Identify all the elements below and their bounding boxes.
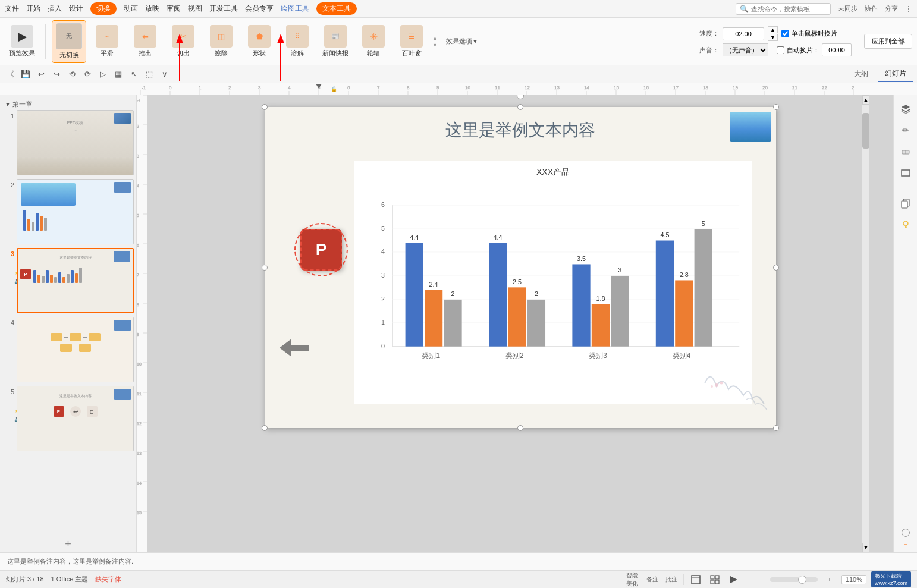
redo-icon[interactable]: ⟳ (81, 68, 94, 81)
collapse-left-icon[interactable]: 《 (4, 68, 17, 81)
review-button[interactable]: 批注 (664, 573, 679, 587)
save-icon[interactable]: 💾 (19, 68, 32, 81)
slide-thumb-3[interactable]: 这里是举例文本内容 P (17, 248, 134, 313)
handle-mr[interactable] (773, 265, 779, 271)
corner-thumbnail[interactable] (730, 112, 771, 142)
menu-animate[interactable]: 动画 (124, 4, 138, 14)
effects-button[interactable]: 效果选项 ▼ (441, 20, 483, 63)
more-quick-icon[interactable]: ∨ (158, 68, 171, 81)
reading-view-button[interactable] (727, 573, 741, 587)
menu-drawing-tools[interactable]: 绘图工具 (281, 4, 309, 14)
expand-icon[interactable]: ⬚ (143, 68, 156, 81)
pencil-icon[interactable]: ✏ (897, 121, 915, 139)
eraser-icon[interactable] (897, 143, 915, 161)
play-icon[interactable]: ▷ (96, 68, 109, 81)
speed-input[interactable] (723, 27, 764, 40)
speed-down-btn[interactable]: ▼ (768, 34, 778, 41)
rectangle-icon[interactable] (897, 164, 915, 182)
menu-text-tools[interactable]: 文本工具 (316, 2, 357, 15)
menu-file[interactable]: 文件 (5, 4, 19, 14)
apply-all-button[interactable]: 应用到全部 (864, 34, 912, 49)
scroll-up-btn[interactable]: ▲ (862, 95, 869, 105)
svg-text:18: 18 (703, 85, 708, 90)
layers-icon[interactable] (897, 100, 915, 118)
lightbulb-icon[interactable] (897, 216, 915, 234)
slideshow-icon[interactable]: ▦ (112, 68, 125, 81)
redo-list-icon[interactable]: ↪ (50, 68, 63, 81)
cut-button[interactable]: ✂ 切出 (166, 20, 200, 63)
zoom-slider-thumb[interactable] (798, 576, 806, 584)
slide-item-2[interactable]: 2 (2, 179, 134, 244)
scrollbar-thumb-v[interactable] (862, 113, 869, 149)
wheel-button[interactable]: ✳ 轮辐 (356, 20, 391, 63)
handle-tl[interactable] (262, 104, 268, 110)
slide-item-4[interactable]: 4 (2, 317, 134, 382)
canvas-area[interactable]: 这里是举例文本内容 P XXX产品 (147, 95, 893, 552)
menu-review[interactable]: 审阅 (167, 4, 181, 14)
menu-view[interactable]: 视图 (188, 4, 202, 14)
copy-icon[interactable] (897, 194, 915, 212)
slide-item-3[interactable]: 3 ★ 🔊 这里是举例文本内容 P (2, 248, 134, 313)
add-slide-button[interactable]: + (0, 536, 136, 552)
collaborate-button[interactable]: 协作 (865, 4, 878, 13)
smart-beauty-button[interactable]: 智能美化 (626, 573, 640, 587)
sync-button[interactable]: 未同步 (838, 4, 858, 13)
single-click-checkbox[interactable] (781, 30, 789, 37)
shape-button[interactable]: ⬟ 形状 (242, 20, 277, 63)
blinds-button[interactable]: ☰ 百叶窗 (394, 20, 429, 63)
dissolve-button[interactable]: ⠿ 溶解 (280, 20, 315, 63)
zoom-out-button[interactable]: − (751, 573, 765, 587)
speed-up-btn[interactable]: ▲ (768, 26, 778, 33)
slides-tab[interactable]: 幻灯片 (878, 66, 913, 82)
scroll-down-btn[interactable]: ▼ (862, 543, 869, 552)
orange-dots[interactable]: ··· (903, 540, 907, 548)
handle-bl[interactable] (262, 425, 268, 431)
scroll-indicator[interactable]: ▲ ▼ (432, 35, 438, 48)
outline-tab[interactable]: 大纲 (847, 67, 875, 81)
circle-handle[interactable] (902, 529, 910, 537)
erase-button[interactable]: ◫ 擦除 (204, 20, 238, 63)
normal-view-button[interactable] (689, 573, 703, 587)
slide-thumb-2[interactable] (17, 179, 134, 244)
preview-button[interactable]: ▶ 预览效果 (5, 20, 39, 63)
slide-title[interactable]: 这里是举例文本内容 (445, 119, 595, 142)
zoom-slider[interactable] (770, 577, 818, 582)
more-menu-icon[interactable]: ⋮ (905, 5, 912, 13)
handle-ml[interactable] (262, 265, 268, 271)
zoom-level[interactable]: 110% (841, 575, 866, 584)
auto-time-input[interactable] (822, 43, 852, 56)
left-arrow[interactable] (280, 339, 309, 361)
sound-select[interactable]: （无声音） (723, 43, 768, 56)
menu-insert[interactable]: 插入 (48, 4, 62, 14)
slide-thumb-5[interactable]: 这里是举例文本内容 P ↩ ◻ (17, 386, 134, 451)
handle-tr[interactable] (773, 104, 779, 110)
undo-list-icon[interactable]: ↩ (34, 68, 48, 81)
rotate-handle[interactable] (517, 95, 524, 99)
no-transition-button[interactable]: 无 无切换 (52, 20, 86, 63)
notes-button[interactable]: 备注 (645, 573, 660, 587)
grid-view-button[interactable] (708, 573, 722, 587)
menu-switch[interactable]: 切换 (90, 2, 117, 15)
smooth-button[interactable]: ～ 平滑 (90, 20, 124, 63)
auto-switch-checkbox[interactable] (777, 46, 784, 54)
push-button[interactable]: ⬅ 推出 (128, 20, 162, 63)
slide-thumb-4[interactable] (17, 317, 134, 382)
menu-design[interactable]: 设计 (69, 4, 83, 14)
cursor-icon[interactable]: ↖ (127, 68, 140, 81)
menu-start[interactable]: 开始 (26, 4, 40, 14)
canvas-scrollbar-v[interactable]: ▲ ▼ (862, 95, 869, 552)
slide-thumb-1[interactable]: PPT模板 ··· (17, 110, 134, 175)
menu-vip[interactable]: 会员专享 (245, 4, 274, 14)
menu-play[interactable]: 放映 (145, 4, 159, 14)
share-button[interactable]: 分享 (885, 4, 898, 13)
slide-canvas[interactable]: 这里是举例文本内容 P XXX产品 (265, 107, 776, 428)
slide-item-1[interactable]: 1 PPT模板 ··· (2, 110, 134, 175)
search-input[interactable] (751, 5, 822, 12)
slide-item-5[interactable]: 5 ★ 🔊 这里是举例文本内容 P ↩ ◻ (2, 386, 134, 451)
menu-devtools[interactable]: 开发工具 (209, 4, 238, 14)
undo-icon[interactable]: ⟲ (65, 68, 78, 81)
news-button[interactable]: 📰 新闻快报 (318, 20, 353, 63)
handle-tm[interactable] (517, 104, 523, 110)
handle-bm[interactable] (517, 425, 523, 431)
zoom-in-button[interactable]: + (822, 573, 837, 587)
